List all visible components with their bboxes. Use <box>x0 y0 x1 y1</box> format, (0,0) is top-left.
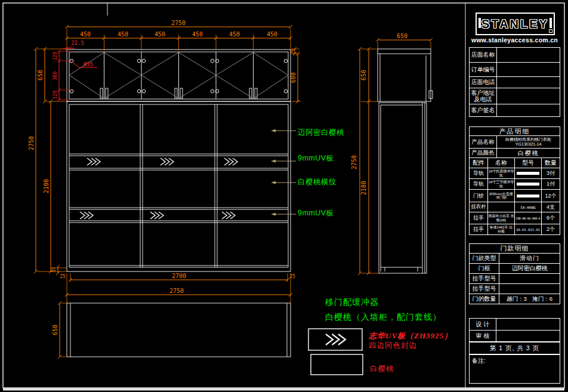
product-name-row: 产品名称 白樱桃时尚系列移门衣柜 YG130321-14 <box>470 135 560 148</box>
handle-model-value-2 <box>499 284 560 294</box>
product-color-value: 白樱桃 <box>497 149 560 158</box>
part-model <box>515 179 542 189</box>
logo-bracket-left <box>479 18 481 28</box>
dim-seg-5: 450 <box>229 31 240 38</box>
store-phone-field[interactable] <box>497 77 560 88</box>
door-qty-value: 趟门：3 掩门：6 <box>499 294 560 304</box>
part-type: 拉手 <box>470 212 488 224</box>
dim-side-top: 650 <box>360 70 367 81</box>
store-row: 店面名称 <box>470 48 560 62</box>
product-detail-table: 产品明细 产品名称 白樱桃时尚系列移门衣柜 YG130321-14 产品颜色 白… <box>469 126 560 235</box>
part-row: 导轨 16寸三节缓冲导轨 1付 <box>470 178 560 189</box>
dim-front-base: 50 <box>51 267 57 273</box>
dim-seg-1: 450 <box>80 31 91 38</box>
door-table-header: 门款明细 <box>470 244 560 253</box>
callout-miami-cherry: 迈阿密白樱桃 <box>298 128 344 137</box>
part-name: 16寸三节缓冲导轨 <box>488 179 515 189</box>
legend-edge-seal: 四边同色封边 <box>369 341 417 350</box>
col-model: 型号 <box>515 158 542 168</box>
part-row: 门铰 Ø35mm全盖缓冲门铰 12个 <box>470 189 560 202</box>
handle-model-value-1 <box>499 274 560 283</box>
store-value-field[interactable] <box>497 48 560 62</box>
order-number-field[interactable] <box>497 63 560 76</box>
dim-seg-3: 450 <box>155 31 165 38</box>
dim-plan-width: 2750 <box>169 288 184 294</box>
model-bar <box>517 183 539 186</box>
door-row: 拉手型号 <box>470 283 560 294</box>
material-callouts: 迈阿密白樱桃 9mmUV板 白樱桃横纹 9mmUV板 移门配缓冲器 白樱桃（入墙… <box>298 128 442 322</box>
dimension-text: 2750 450 450 450 450 450 450 650 2750 21… <box>28 20 408 335</box>
part-row: 导轨 16寸托底缓冲导轨 3付 <box>470 168 560 178</box>
dim-front-inner-width: 2700 <box>172 273 186 279</box>
side-elevation <box>378 49 433 273</box>
door-frame-value: 迈阿密白樱桃 <box>499 264 560 273</box>
part-row: 拉手 简易中小拉手 亮银(08) CHD-HD-04-008-A 6个 <box>470 212 560 224</box>
customer-address-label: 客户地址及电话 <box>470 88 497 104</box>
col-qty: 数量 <box>542 158 560 168</box>
note-cherry: 白樱桃（入墙柜，配门套线） <box>325 312 442 322</box>
part-model: CHD-HD-04-008-A <box>515 212 542 224</box>
customer-signature-field[interactable] <box>497 104 560 116</box>
legend-boxes <box>308 329 363 375</box>
legend-white-cherry: 白樱桃 <box>370 365 394 373</box>
part-type: 拉手 <box>470 224 488 234</box>
part-name: 柜体1#拉手 拉丝银 <box>488 224 515 234</box>
approval-block: 设 计 审 核 <box>469 318 560 342</box>
red-annotations <box>57 47 97 101</box>
product-table-title: 产品明细 <box>470 127 560 135</box>
part-model <box>515 168 542 178</box>
part-type: 挂衣杆 <box>470 202 488 212</box>
dim-seg-4: 450 <box>192 31 203 38</box>
cad-sheet: 2750 450 450 450 450 450 450 650 2750 21… <box>0 0 568 392</box>
col-part: 配件 <box>470 158 488 168</box>
dim-edge-right: 25 <box>289 274 295 279</box>
dim-plan-depth: 650 <box>52 325 58 335</box>
front-elevation <box>67 50 291 271</box>
customer-signature-label: 客户签名 <box>470 104 497 116</box>
dim-front-total-height: 2750 <box>28 136 35 150</box>
dimension-lines <box>34 25 433 359</box>
dim-side-width: 650 <box>397 33 408 39</box>
product-name-line2: YG130321-14 <box>515 142 542 147</box>
part-name: 16寸托底缓冲导轨 <box>488 168 515 178</box>
part-model <box>515 190 542 202</box>
product-name-value: 白樱桃时尚系列移门衣柜 YG130321-14 <box>497 136 560 148</box>
website-url: www.stanleyaccess.com.cn <box>466 36 563 44</box>
product-name-line1: 白樱桃时尚系列移门衣柜 <box>505 137 551 143</box>
dim-front-top-height: 650 <box>37 70 44 81</box>
part-name: Ø35mm全盖缓冲门铰 <box>488 190 515 202</box>
note-buffer: 移门配缓冲器 <box>325 297 379 307</box>
store-label: 店面名称 <box>470 48 497 62</box>
door-row: 门款类型 滑动门 <box>470 253 560 263</box>
part-name <box>488 202 515 212</box>
door-row: 门框 迈阿密白樱桃 <box>470 263 560 273</box>
dim-hinge-mid: 360 <box>53 72 58 81</box>
store-row: 订单编号 <box>470 62 560 76</box>
product-color-row: 产品颜色 白樱桃 <box>470 148 560 158</box>
review-label: 审 核 <box>470 331 496 341</box>
dim-seg-6: 450 <box>267 31 277 38</box>
model-bar <box>517 172 539 175</box>
registered-mark-icon <box>549 29 552 33</box>
dim-front-overall: 2750 <box>171 20 186 26</box>
customer-address-field[interactable] <box>497 88 560 104</box>
leader-lines <box>271 129 296 216</box>
page-indicator: 第 1 页, 共 3 页 <box>469 342 560 354</box>
dim-edge-left: 25 <box>60 274 66 279</box>
door-type-value: 滑动门 <box>499 254 560 263</box>
part-row: 挂衣杆 SA-HANG 4支 <box>470 202 560 212</box>
part-qty: 1付 <box>542 179 560 189</box>
store-row: 店面电话 <box>470 76 560 88</box>
product-name-label: 产品名称 <box>470 136 497 148</box>
part-qty: 12个 <box>542 190 560 202</box>
part-qty: 2个 <box>542 224 560 234</box>
dim-front-right-gap: 50 <box>289 49 294 54</box>
store-row: 客户签名 <box>470 104 560 116</box>
dim-side-total: 2750 <box>351 155 357 169</box>
brand-name: STANLEY <box>481 17 549 31</box>
design-value-field[interactable] <box>496 319 560 330</box>
part-type: 导轨 <box>470 179 488 189</box>
review-value-field[interactable] <box>496 331 560 341</box>
dim-seg-2: 450 <box>118 31 128 38</box>
order-number-label: 订单编号 <box>470 63 497 76</box>
